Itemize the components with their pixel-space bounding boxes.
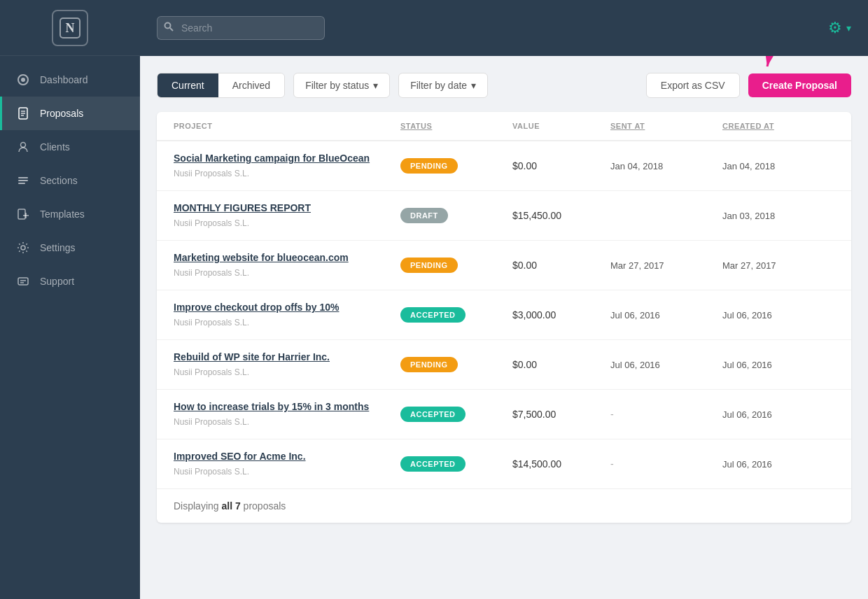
sidebar-item-label: Templates — [40, 209, 85, 220]
value-cell: $3,000.00 — [512, 309, 610, 320]
project-cell: Marketing website for blueocean.com Nusi… — [174, 252, 400, 279]
table-footer: Displaying all 7 proposals — [157, 488, 851, 523]
sidebar-item-dashboard[interactable]: Dashboard — [0, 63, 140, 97]
value-cell: $0.00 — [512, 359, 610, 370]
doc-icon — [16, 106, 30, 120]
sidebar-item-label: Proposals — [40, 108, 83, 119]
svg-rect-10 — [18, 180, 28, 181]
topbar-settings[interactable]: ⚙ ▾ — [828, 19, 851, 37]
sidebar-item-label: Clients — [40, 141, 70, 153]
tab-current[interactable]: Current — [158, 73, 218, 97]
filter-status-label: Filter by status — [305, 80, 369, 91]
svg-rect-16 — [18, 278, 28, 285]
sent-at-cell: Jul 06, 2016 — [610, 310, 722, 320]
project-company: Nusii Proposals S.L. — [174, 218, 249, 228]
project-company: Nusii Proposals S.L. — [174, 318, 249, 327]
sent-at-cell: Jul 06, 2016 — [610, 360, 722, 370]
plus-doc-icon — [16, 207, 30, 221]
project-cell: Rebuild of WP site for Harrier Inc. Nusi… — [174, 351, 400, 378]
table-row: Social Marketing campaign for BlueOcean … — [157, 141, 851, 191]
toolbar: Current Archived Filter by status ▾ Filt… — [157, 73, 851, 98]
col-sent-header[interactable]: SENT AT — [610, 122, 722, 130]
project-cell: How to increase trials by 15% in 3 month… — [174, 401, 400, 428]
circle-icon — [16, 73, 30, 87]
col-project-header: PROJECT — [174, 122, 400, 130]
sidebar-item-clients[interactable]: Clients — [0, 130, 140, 164]
status-cell: ACCEPTED — [400, 307, 512, 323]
col-value-header: VALUE — [512, 122, 610, 130]
status-badge: DRAFT — [400, 208, 448, 223]
topbar: ⚙ ▾ — [140, 0, 868, 56]
value-cell: $7,500.00 — [512, 409, 610, 420]
sidebar-item-support[interactable]: Support — [0, 265, 140, 298]
sent-at-cell: Mar 27, 2017 — [610, 260, 722, 271]
created-at-cell: Jul 06, 2016 — [722, 409, 834, 420]
svg-line-18 — [170, 28, 173, 31]
sidebar-item-label: Sections — [40, 175, 78, 186]
value-cell: $0.00 — [512, 260, 610, 271]
table-count: all 7 — [221, 500, 240, 512]
project-name[interactable]: Improved SEO for Acme Inc. — [174, 451, 400, 462]
created-at-cell: Jan 03, 2018 — [722, 211, 834, 221]
sidebar-item-sections[interactable]: Sections — [0, 164, 140, 197]
project-company: Nusii Proposals S.L. — [174, 169, 249, 178]
value-cell: $0.00 — [512, 160, 610, 171]
tab-archived[interactable]: Archived — [218, 73, 284, 97]
created-at-cell: Jan 04, 2018 — [722, 161, 834, 171]
project-name[interactable]: Social Marketing campaign for BlueOcean — [174, 153, 400, 164]
svg-point-8 — [21, 143, 26, 148]
topbar-chevron-icon: ▾ — [846, 22, 851, 34]
table-row: Marketing website for blueocean.com Nusi… — [157, 241, 851, 290]
svg-point-17 — [165, 23, 171, 29]
sent-at-cell: - — [610, 409, 722, 420]
svg-rect-12 — [18, 209, 25, 219]
project-name[interactable]: Rebuild of WP site for Harrier Inc. — [174, 351, 400, 362]
col-created-header[interactable]: CREATED AT — [722, 122, 834, 130]
project-name[interactable]: MONTHLY FIGURES REPORT — [174, 202, 400, 213]
svg-point-3 — [21, 78, 25, 82]
table-body: Social Marketing campaign for BlueOcean … — [157, 141, 851, 488]
main-area: ⚙ ▾ Current Archived Filter by status ▾ … — [140, 0, 868, 599]
export-csv-button[interactable]: Export as CSV — [646, 73, 740, 98]
project-name[interactable]: Marketing website for blueocean.com — [174, 252, 400, 263]
status-badge: PENDING — [400, 258, 458, 273]
search-wrapper — [157, 16, 325, 40]
table-row: MONTHLY FIGURES REPORT Nusii Proposals S… — [157, 191, 851, 241]
status-badge: ACCEPTED — [400, 407, 465, 422]
table-row: Improved SEO for Acme Inc. Nusii Proposa… — [157, 439, 851, 488]
sidebar-item-templates[interactable]: Templates — [0, 197, 140, 231]
sidebar: N Dashboard Proposals — [0, 0, 140, 599]
sent-at-cell: Jan 04, 2018 — [610, 161, 722, 171]
status-badge: PENDING — [400, 158, 458, 174]
created-at-cell: Jul 06, 2016 — [722, 360, 834, 370]
created-at-cell: Mar 27, 2017 — [722, 260, 834, 271]
filter-status-button[interactable]: Filter by status ▾ — [293, 73, 390, 98]
svg-text:N: N — [66, 21, 75, 35]
lines-icon — [16, 174, 30, 188]
sidebar-item-proposals[interactable]: Proposals — [0, 97, 140, 130]
filter-date-button[interactable]: Filter by date ▾ — [398, 73, 488, 98]
logo-box: N — [52, 10, 88, 46]
project-name[interactable]: Improve checkout drop offs by 10% — [174, 302, 400, 313]
filter-date-label: Filter by date — [410, 80, 467, 91]
status-cell: DRAFT — [400, 208, 512, 223]
project-cell: Improve checkout drop offs by 10% Nusii … — [174, 302, 400, 328]
sidebar-item-label: Settings — [40, 242, 76, 253]
svg-rect-11 — [18, 183, 25, 184]
project-cell: Social Marketing campaign for BlueOcean … — [174, 153, 400, 179]
project-company: Nusii Proposals S.L. — [174, 268, 249, 278]
nav-items: Dashboard Proposals Clients — [0, 56, 140, 599]
status-cell: ACCEPTED — [400, 407, 512, 422]
table-row: Improve checkout drop offs by 10% Nusii … — [157, 290, 851, 340]
col-status-header[interactable]: STATUS — [400, 122, 512, 130]
status-cell: ACCEPTED — [400, 456, 512, 472]
search-input[interactable] — [157, 16, 325, 40]
project-cell: Improved SEO for Acme Inc. Nusii Proposa… — [174, 451, 400, 477]
value-cell: $15,450.00 — [512, 210, 610, 221]
create-proposal-button[interactable]: Create Proposal — [748, 73, 851, 97]
status-badge: PENDING — [400, 357, 458, 372]
table-row: How to increase trials by 15% in 3 month… — [157, 390, 851, 439]
project-cell: MONTHLY FIGURES REPORT Nusii Proposals S… — [174, 202, 400, 229]
sidebar-item-settings[interactable]: Settings — [0, 231, 140, 265]
project-name[interactable]: How to increase trials by 15% in 3 month… — [174, 401, 400, 412]
